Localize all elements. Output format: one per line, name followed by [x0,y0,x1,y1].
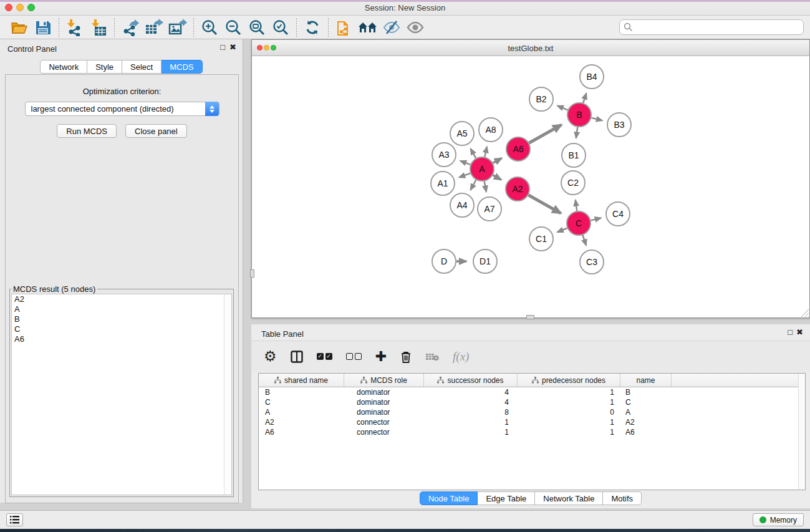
mcds-list-scrollbar[interactable] [224,294,231,495]
graph-node-B1[interactable]: B1 [562,143,586,167]
float-table-panel-icon[interactable]: □ [788,328,793,337]
graph-edge-A-A2[interactable] [493,175,501,180]
graph-edge-A-A6[interactable] [493,158,502,163]
graph-edge-B-B2[interactable] [557,106,568,110]
graph-node-D1[interactable]: D1 [473,249,497,273]
run-mcds-button[interactable]: Run MCDS [57,124,117,138]
mcds-result-item[interactable]: A [12,304,231,314]
table-row[interactable]: A2connector11A2 [259,417,805,427]
graph-node-A8[interactable]: A8 [479,118,503,142]
column-header-name[interactable]: name [620,374,672,387]
task-history-button[interactable] [6,513,23,526]
graph-node-C2[interactable]: C2 [561,171,585,195]
first-neighbors-icon[interactable] [356,17,380,37]
graph-node-A4[interactable]: A4 [450,193,474,217]
graph-node-C1[interactable]: C1 [529,227,553,251]
tab-style[interactable]: Style [87,60,122,74]
graph-node-C3[interactable]: C3 [580,250,604,274]
table-row[interactable]: Cdominator41C [259,397,805,407]
tab-mcds[interactable]: MCDS [162,60,202,74]
table-settings-icon[interactable]: ⚙ [264,349,277,364]
import-table-icon[interactable] [87,17,110,37]
tab-edge-table[interactable]: Edge Table [478,491,535,505]
graph-edge-B-B1[interactable] [576,127,577,138]
tab-select[interactable]: Select [122,60,162,74]
graph-node-A2[interactable]: A2 [506,177,529,201]
table-scrollbar[interactable] [798,374,805,490]
graph-node-A3[interactable]: A3 [432,143,456,167]
graph-node-A7[interactable]: A7 [478,197,501,221]
graph-edge-C-C1[interactable] [557,228,567,233]
graph-node-A5[interactable]: A5 [450,122,474,145]
float-panel-icon[interactable]: □ [220,43,225,52]
graph-edge-B-B4[interactable] [583,94,586,103]
tab-motifs[interactable]: Motifs [603,491,642,505]
table-row[interactable]: Adominator80A [259,407,805,417]
graph-edge-A-A7[interactable] [485,181,486,192]
function-builder-icon[interactable]: f(x) [453,350,469,364]
new-network-from-selection-icon[interactable] [332,17,356,37]
create-column-icon[interactable]: ✚ [375,350,387,364]
mcds-result-item[interactable]: C [12,324,231,334]
column-header-MCDS-role[interactable]: MCDS role [344,374,424,387]
zoom-selected-icon[interactable] [269,17,292,37]
show-columns-icon[interactable] [291,351,303,363]
graph-edge-A6-B[interactable] [529,125,561,143]
graph-node-B3[interactable]: B3 [607,113,631,137]
save-session-icon[interactable] [31,17,55,37]
import-network-icon[interactable] [63,17,87,37]
delete-table-icon[interactable] [425,352,439,361]
mcds-result-item[interactable]: A6 [12,334,231,344]
select-all-columns-icon[interactable] [317,353,332,360]
graph-node-B4[interactable]: B4 [580,65,604,89]
table-row[interactable]: A6connector11A6 [259,427,805,437]
graph-edge-A-A5[interactable] [471,148,476,158]
close-table-panel-icon[interactable]: ✖ [796,328,803,337]
graph-edge-A-A4[interactable] [471,180,476,190]
graph-node-A1[interactable]: A1 [431,172,455,195]
export-network-icon[interactable] [118,17,142,37]
column-header-predecessor-nodes[interactable]: predecessor nodes [518,374,620,387]
column-header-successor-nodes[interactable]: successor nodes [424,374,518,387]
mcds-result-item[interactable]: B [12,314,231,324]
zoom-out-icon[interactable] [221,17,245,37]
graph-edge-A-A3[interactable] [460,161,470,165]
tab-network[interactable]: Network [40,60,87,74]
memory-button[interactable]: Memory [753,513,804,526]
refresh-icon[interactable] [301,17,324,37]
graph-edge-A2-C[interactable] [528,195,561,213]
graph-node-C[interactable]: C [567,211,591,235]
search-input[interactable] [619,19,804,35]
tab-network-table[interactable]: Network Table [535,491,603,505]
graph-node-B2[interactable]: B2 [529,87,553,111]
close-panel-icon[interactable]: ✖ [229,43,236,52]
mcds-result-item[interactable]: A2 [12,294,231,304]
mcds-result-list[interactable]: A2ABCA6 [11,294,232,495]
export-table-icon[interactable] [142,17,166,37]
open-session-icon[interactable] [7,17,31,37]
graph-node-A6[interactable]: A6 [506,137,530,161]
column-header-shared-name[interactable]: shared name [259,374,344,387]
close-panel-button[interactable]: Close panel [125,124,187,138]
zoom-fit-icon[interactable] [245,17,269,37]
window-left-grip[interactable] [250,269,254,278]
delete-column-icon[interactable] [400,351,412,363]
graph-edge-C-C4[interactable] [591,218,600,220]
criterion-dropdown[interactable]: largest connected component (directed) [25,102,219,116]
graph-node-A[interactable]: A [470,157,494,181]
show-all-icon[interactable] [403,17,427,37]
network-window-titlebar[interactable]: testGlobe.txt [252,40,809,56]
graph-edge-A-A1[interactable] [459,173,470,178]
window-bottom-grip[interactable] [526,315,534,319]
zoom-in-icon[interactable] [198,17,221,37]
graph-edge-C-C3[interactable] [582,235,586,246]
hide-selected-icon[interactable] [380,17,403,37]
graph-node-C4[interactable]: C4 [606,202,630,226]
graph-edge-B-B3[interactable] [591,118,602,120]
graph-node-D[interactable]: D [432,249,456,273]
table-row[interactable]: Bdominator41B [259,387,805,397]
export-image-icon[interactable] [166,17,190,37]
graph-edge-A-A8[interactable] [485,147,487,157]
deselect-all-columns-icon[interactable] [346,353,362,360]
graph-node-B[interactable]: B [567,103,591,127]
